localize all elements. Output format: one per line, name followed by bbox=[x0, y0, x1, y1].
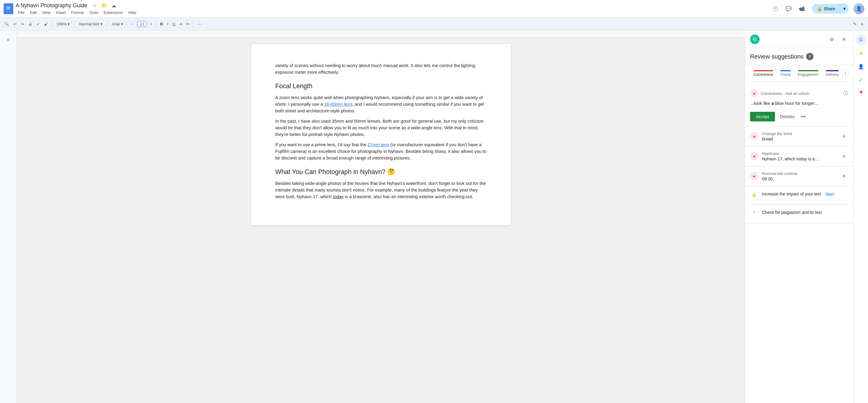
more-btn[interactable]: ⋯ bbox=[195, 21, 203, 28]
comment-icon[interactable]: 💬 bbox=[783, 3, 794, 14]
divider6 bbox=[193, 21, 193, 28]
share-label: Share bbox=[824, 6, 835, 11]
font-size-value[interactable]: 11 bbox=[137, 21, 146, 27]
share-button[interactable]: 🔒 Share ▾ bbox=[812, 3, 849, 14]
font-size-increase[interactable]: + bbox=[149, 21, 155, 28]
suggestions-list: ● Correctness · Add an article ⓘ ...look… bbox=[745, 82, 854, 403]
more-options-btn[interactable]: ••• bbox=[801, 114, 806, 119]
collapse-toolbar-btn[interactable]: ∧ bbox=[859, 21, 866, 28]
menu-insert[interactable]: Insert bbox=[54, 10, 68, 16]
paragraph-past-lenses: In the past, I have also used 35mm and 5… bbox=[275, 118, 487, 138]
underline-btn[interactable]: U bbox=[170, 21, 177, 28]
font-size-box: 11 bbox=[136, 20, 148, 28]
rephrase-add-btn[interactable]: + bbox=[839, 151, 849, 161]
tab-correctness[interactable]: Correctness bbox=[750, 68, 777, 79]
right-icon-3[interactable]: 👤 bbox=[856, 61, 867, 72]
right-icon-1[interactable]: G bbox=[856, 34, 867, 45]
divider3 bbox=[107, 21, 107, 28]
suggestion-plagiarism[interactable]: " Check for plagiarism and AI text bbox=[745, 205, 854, 223]
correctness-label: Correctness bbox=[754, 73, 773, 77]
cloud-icon[interactable]: ☁ bbox=[110, 2, 117, 9]
text-color-btn[interactable]: A bbox=[178, 21, 184, 28]
search-btn[interactable]: 🔍 bbox=[2, 21, 11, 28]
paintformat-btn[interactable]: 🖌 bbox=[42, 21, 50, 28]
rephrase-preview: Nyhavn 17, which today is a... bbox=[762, 156, 835, 161]
font-size-decrease[interactable]: − bbox=[130, 21, 136, 28]
suggestion-rephrase[interactable]: ● Rephrase Nyhavn 17, which today is a..… bbox=[745, 146, 854, 167]
undo-btn[interactable]: ↩ bbox=[11, 21, 19, 28]
menu-help[interactable]: Help bbox=[126, 10, 139, 16]
share-btn-main[interactable]: 🔒 Share bbox=[812, 4, 840, 13]
redo-btn[interactable]: ↪ bbox=[19, 21, 26, 28]
change-word-action: Change the word bbox=[762, 132, 835, 136]
outline-toggle-btn[interactable]: ≡ bbox=[3, 34, 14, 45]
star-icon[interactable]: ☆ bbox=[91, 2, 98, 9]
suggestion-remove-comma[interactable]: ● Remove the comma 09:30, + bbox=[745, 167, 854, 186]
remove-comma-add-btn[interactable]: + bbox=[839, 171, 849, 181]
svg-rect-2 bbox=[6, 7, 10, 8]
dismiss-btn[interactable]: Dismiss bbox=[777, 112, 797, 121]
delivery-label: Delivery bbox=[826, 73, 839, 77]
link-27mm[interactable]: 27mm lens bbox=[368, 142, 389, 147]
menu-view[interactable]: View bbox=[39, 10, 53, 16]
menu-format[interactable]: Format bbox=[69, 10, 86, 16]
menu-extensions[interactable]: Extensions bbox=[101, 10, 125, 16]
divider4 bbox=[128, 21, 128, 28]
menu-edit[interactable]: Edit bbox=[28, 10, 39, 16]
change-word-icon: ● bbox=[750, 132, 758, 141]
page-container: variety of scenes without needing to wor… bbox=[251, 44, 511, 225]
print-btn[interactable]: 🖨 bbox=[27, 21, 34, 28]
clarity-bar bbox=[780, 70, 791, 71]
doc-icon bbox=[4, 3, 13, 14]
accept-btn[interactable]: Accept bbox=[750, 112, 775, 121]
category-tabs: Correctness Clarity Engagement Delivery … bbox=[745, 65, 854, 82]
doc-area[interactable]: variety of scenes without needing to wor… bbox=[17, 31, 745, 403]
tab-clarity[interactable]: Clarity bbox=[777, 68, 794, 79]
right-icon-2[interactable]: ★ bbox=[856, 48, 867, 59]
menu-tools[interactable]: Tools bbox=[87, 10, 100, 16]
italic-btn[interactable]: I bbox=[165, 21, 170, 28]
bold-btn[interactable]: B bbox=[158, 21, 164, 28]
divider1 bbox=[52, 21, 52, 28]
correctness-bar bbox=[754, 70, 773, 71]
suggestion-increase-impact[interactable]: ⚡ Increase the impact of your text New! bbox=[745, 186, 854, 205]
menu-file[interactable]: File bbox=[16, 10, 27, 16]
grammarly-settings-btn[interactable]: ⚙ bbox=[827, 34, 837, 44]
right-icon-map[interactable]: 📍 bbox=[856, 88, 867, 98]
link-16-80mm[interactable]: 16-80mm lens bbox=[324, 102, 352, 107]
section-heading-focal: Focal Length bbox=[275, 82, 487, 91]
divider2 bbox=[74, 21, 74, 28]
rephrase-icon: ● bbox=[750, 152, 758, 161]
grammarly-close-btn[interactable]: ✕ bbox=[839, 34, 849, 44]
highlight-btn[interactable]: ✏ bbox=[184, 21, 191, 28]
style-dropdown-icon: ▾ bbox=[100, 22, 103, 26]
user-avatar[interactable]: 👤 bbox=[854, 3, 864, 14]
suggestion-change-word[interactable]: ● Change the word broad + bbox=[745, 126, 854, 146]
suggestion-type-text: Correctness · Add an article bbox=[761, 91, 809, 96]
grammarly-header: G ⚙ ✕ bbox=[745, 31, 854, 48]
review-title-text: Review suggestions bbox=[750, 53, 804, 60]
spellcheck-btn[interactable]: ✓ bbox=[35, 21, 42, 28]
zoom-select[interactable]: 100% ▾ bbox=[54, 20, 72, 28]
remove-comma-icon: ● bbox=[750, 172, 758, 180]
pencil-tool-btn[interactable]: ✎ bbox=[851, 21, 858, 28]
tab-delivery[interactable]: Delivery bbox=[822, 68, 842, 79]
right-icon-check[interactable]: ✓ bbox=[856, 74, 867, 85]
tab-engagement[interactable]: Engagement bbox=[794, 68, 822, 79]
right-icons-panel: G ★ 👤 ✓ 📍 bbox=[854, 31, 868, 403]
main-area: ≡ variety of scenes without needing to w… bbox=[0, 31, 868, 403]
menu-bar: A Nyhavn Photography Guide ☆ 📁 ☁ File Ed… bbox=[0, 0, 868, 18]
share-dropdown-arrow[interactable]: ▾ bbox=[840, 3, 849, 14]
suggestion-header: ● Correctness · Add an article ⓘ bbox=[750, 89, 849, 97]
review-section: Review suggestions 9 bbox=[745, 48, 854, 65]
change-word-add-btn[interactable]: + bbox=[839, 132, 849, 141]
tab-next-btn[interactable]: › bbox=[842, 68, 849, 78]
paragraph-prime-lens: If you want to use a prime lens, I'd say… bbox=[275, 141, 487, 161]
history-icon[interactable]: 🕐 bbox=[770, 3, 781, 14]
style-select[interactable]: Normal text ▾ bbox=[76, 20, 105, 28]
doc-title[interactable]: A Nyhavn Photography Guide bbox=[16, 2, 87, 9]
font-select[interactable]: Arial ▾ bbox=[109, 20, 126, 28]
suggestion-info-btn[interactable]: ⓘ bbox=[843, 90, 849, 96]
folder-icon[interactable]: 📁 bbox=[100, 2, 108, 9]
video-icon[interactable]: 📹 bbox=[797, 3, 807, 14]
